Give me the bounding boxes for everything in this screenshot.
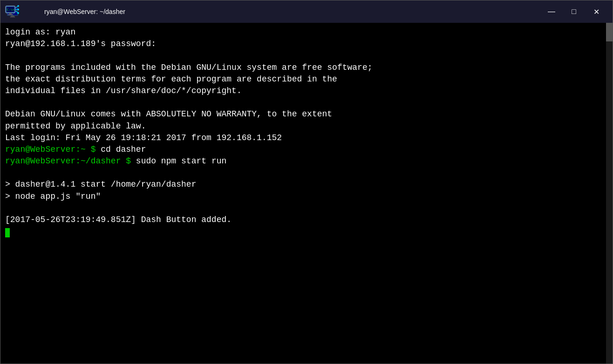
- window-controls: — □ ✕: [541, 4, 607, 19]
- svg-rect-8: [9, 13, 12, 14]
- maximize-button[interactable]: □: [563, 4, 585, 19]
- svg-point-13: [17, 5, 19, 7]
- terminal-output: login as: ryan ryan@192.168.1.189's pass…: [5, 27, 608, 237]
- terminal-body[interactable]: login as: ryan ryan@192.168.1.189's pass…: [0, 23, 613, 364]
- cmd-2: sudo npm start run > dasher@1.4.1 start …: [5, 156, 232, 224]
- title-bar: C:\ C:\> ryan@WebS: [0, 0, 613, 23]
- prompt-2: ryan@WebServer:~/dasher $: [5, 156, 131, 166]
- putty-icon: C:\>: [5, 4, 19, 18]
- cmd-1: cd dasher: [95, 145, 146, 154]
- terminal-cursor: [5, 228, 10, 237]
- terminal-window: C:\ C:\> ryan@WebS: [0, 0, 613, 364]
- minimize-button[interactable]: —: [541, 4, 562, 19]
- close-button[interactable]: ✕: [586, 4, 607, 19]
- scrollbar-thumb[interactable]: [606, 23, 613, 41]
- svg-point-14: [17, 8, 19, 10]
- svg-text:C:\>: C:\>: [7, 8, 14, 12]
- svg-rect-9: [8, 14, 13, 15]
- line-1: login as: ryan ryan@192.168.1.189's pass…: [5, 27, 373, 142]
- prompt-1: ryan@WebServer:~ $: [5, 145, 95, 154]
- scrollbar[interactable]: [606, 23, 613, 364]
- svg-point-15: [17, 12, 19, 14]
- window-title: ryan@WebServer: ~/dasher: [44, 8, 541, 15]
